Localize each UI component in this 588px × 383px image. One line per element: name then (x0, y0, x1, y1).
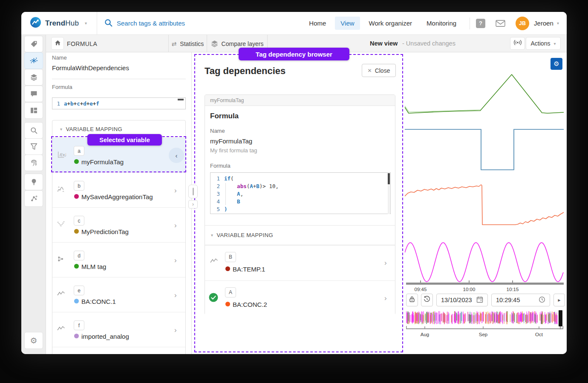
swap-arrows-icon: ⇄ (172, 40, 177, 47)
month-tick-label: Aug (421, 332, 429, 337)
formula-tag-icon: f(x) (57, 151, 66, 160)
nav-home[interactable]: Home (303, 17, 331, 30)
variable-row-c[interactable]: cMyPredictionTag› (52, 207, 185, 242)
trend-chart[interactable]: 09:4510:0010:15AugSepOct (405, 52, 567, 354)
rail-comment-button[interactable] (24, 86, 43, 102)
collapse-variable-button[interactable]: ‹ (169, 148, 184, 163)
collapse-caret-icon: ▾ (211, 233, 213, 237)
dependency-card-header: myFormulaTag (205, 95, 395, 106)
month-axis-line (406, 329, 563, 329)
rail-fingerprint-button[interactable] (24, 154, 43, 171)
time-axis-bar[interactable] (406, 283, 564, 285)
step-forward-button[interactable]: ▸ (553, 294, 565, 306)
rail-graph-nodes-button[interactable] (24, 190, 43, 207)
tag-dependency-browser-callout: Tag dependency browser (239, 48, 349, 60)
chevron-right-icon[interactable]: › (174, 292, 177, 299)
date-input[interactable]: 13/10/2023 (436, 294, 488, 306)
tag-color-dot (74, 334, 79, 338)
tag-dependencies-panel: Tag dependencies ✕ Close myFormulaTag Fo… (194, 54, 403, 352)
trend-series-magenta[interactable] (405, 243, 563, 282)
context-range-handle[interactable] (559, 310, 562, 326)
app-window: TrendHub ▾ Search tags & attributes Home… (21, 12, 567, 354)
rail-formula-button[interactable] (24, 52, 43, 69)
variable-key-badge: f (74, 320, 84, 330)
variable-row-e[interactable]: eBA:CONC.1› (52, 277, 185, 312)
global-search-input[interactable]: Search tags & attributes (97, 19, 302, 28)
code-line: 4 B (210, 198, 390, 206)
tab-statistics[interactable]: ⇄ Statistics (168, 35, 207, 52)
avatar[interactable]: JB (516, 17, 529, 30)
rail-filter-button[interactable] (24, 138, 43, 155)
time-input[interactable]: 10:29:45 (491, 294, 550, 306)
chevron-right-icon[interactable]: › (384, 294, 387, 302)
dep-name-value: myFormulaTag (210, 137, 252, 145)
formula-heading: Formula (210, 112, 239, 120)
comment-icon (30, 90, 37, 97)
actions-button[interactable]: Actions▾ (526, 37, 560, 49)
rail-dashboard-button[interactable] (24, 102, 43, 119)
brand-block[interactable]: TrendHub ▾ (21, 12, 97, 34)
formula-code-editor[interactable]: 1a+b+c+d+e+f (52, 97, 186, 109)
nav-work-organizer[interactable]: Work organizer (363, 17, 418, 30)
graph-nodes-icon (30, 195, 37, 202)
dep-variable-row-B[interactable]: BBA:TEMP.1› (205, 245, 395, 280)
view-name: New view (370, 40, 398, 47)
main-nav: HomeViewWork organizerMonitoring (302, 12, 464, 34)
dependency-code-editor[interactable]: 1if(2 abs(A+B)> 10,3 A,4 B5) (210, 172, 391, 214)
dependency-card: myFormulaTag Formula Name myFormulaTag M… (205, 94, 395, 315)
variable-row-f[interactable]: fimported_analog› (52, 312, 185, 347)
context-strip[interactable] (406, 311, 557, 324)
chevron-right-icon[interactable]: › (174, 187, 177, 194)
chevron-right-icon[interactable]: › (174, 326, 177, 334)
search-icon (30, 127, 37, 134)
rail-lightbulb-button[interactable] (24, 174, 43, 190)
panel-expand-button[interactable]: › (188, 200, 198, 209)
tag-name: imported_analog (81, 333, 129, 340)
variable-key-badge: B (225, 252, 236, 262)
trend-series-green[interactable] (405, 74, 564, 113)
trend-chart-panel: 09:4510:0010:15AugSepOct ⚙ 13/10/2023 10… (405, 52, 567, 354)
variable-row-d[interactable]: dMLM tag› (52, 242, 185, 277)
variable-row-b[interactable]: bMySavedAggregationTag› (52, 172, 185, 207)
top-bar: TrendHub ▾ Search tags & attributes Home… (21, 12, 567, 35)
lightbulb-icon (30, 178, 37, 186)
tag-name: myFormulaTag (81, 158, 124, 166)
tag-color-dot (225, 302, 230, 306)
trend-series-blue[interactable] (405, 129, 564, 170)
lock-timerange-button[interactable] (406, 294, 418, 306)
trend-series-orange[interactable] (405, 185, 564, 225)
chevron-right-icon[interactable]: › (174, 222, 177, 229)
rail-layers-button[interactable] (24, 69, 43, 86)
tag-color-dot (74, 264, 79, 269)
tag-color-dot (74, 194, 79, 199)
dep-variable-row-A[interactable]: ABA:CONC.2› (205, 280, 395, 316)
code-scrollbar-thumb[interactable] (388, 173, 390, 184)
home-icon (55, 40, 61, 48)
help-button[interactable]: ? (476, 19, 485, 28)
rail-settings-button[interactable]: ⚙ (24, 332, 43, 349)
dep-variable-mapping-header[interactable]: ▾ VARIABLE MAPPING (205, 225, 395, 245)
variable-key-badge: a (74, 146, 84, 156)
chevron-right-icon[interactable]: › (174, 257, 177, 264)
code-scrollbar-thumb[interactable] (178, 99, 184, 100)
code-line: 5) (210, 206, 390, 213)
nav-monitoring[interactable]: Monitoring (421, 17, 462, 30)
panel-resize-handle[interactable] (188, 185, 198, 198)
user-menu-caret-icon[interactable]: ▾ (557, 21, 559, 26)
rail-tag-button[interactable] (24, 36, 43, 52)
rail-search-button[interactable] (24, 122, 43, 139)
aggregation-tag-icon (57, 186, 66, 194)
selected-variable-callout: Selected variable (87, 134, 162, 146)
home-context-button[interactable] (52, 37, 63, 49)
live-mode-button[interactable] (510, 37, 525, 49)
brand-caret-icon[interactable]: ▾ (85, 21, 87, 26)
history-button[interactable] (421, 294, 433, 306)
close-button[interactable]: ✕ Close (362, 64, 396, 77)
check-icon (209, 293, 218, 304)
chevron-right-icon[interactable]: › (384, 259, 387, 266)
nav-view[interactable]: View (335, 17, 360, 30)
chart-settings-button[interactable]: ⚙ (551, 58, 562, 70)
user-name[interactable]: Jeroen (534, 20, 553, 27)
filter-icon (30, 143, 37, 150)
mail-button[interactable] (496, 20, 505, 27)
